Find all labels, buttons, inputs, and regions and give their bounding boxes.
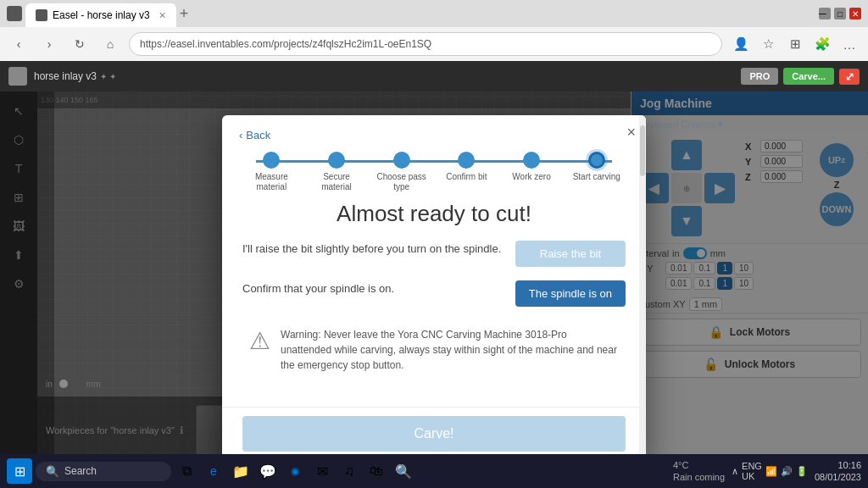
step-dot-4 xyxy=(458,152,475,169)
modal-steps-section: ‹ Back Measure material Secur xyxy=(222,115,646,192)
extensions-icon[interactable]: 🧩 xyxy=(810,32,834,56)
lang-display: ENG UK xyxy=(742,461,762,481)
browser-tab[interactable]: Easel - horse inlay v3 ✕ xyxy=(25,3,176,27)
header-right-actions: PRO Carve... ⤢ xyxy=(741,68,860,85)
browser-favicon xyxy=(7,6,22,21)
app-header: horse inlay v3 ✦ ✦ PRO Carve... ⤢ xyxy=(0,61,868,92)
system-tray: ∧ ENG UK 📶 🔊 🔋 xyxy=(732,461,808,481)
app-content-area: horse inlay v3 ✦ ✦ PRO Carve... ⤢ ↖ ⬡ T … xyxy=(0,61,868,488)
spindle-section: Confirm that your spindle is on. The spi… xyxy=(242,280,626,307)
refresh-nav-button[interactable]: ↻ xyxy=(68,32,92,56)
weather-temp: 4°C xyxy=(673,459,725,471)
raise-bit-section: I'll raise the bit slightly before you t… xyxy=(242,241,626,267)
tab-label: Easel - horse inlay v3 xyxy=(53,9,150,21)
weather-display: 4°C Rain coming xyxy=(673,459,725,484)
profile-icon[interactable]: 👤 xyxy=(729,32,753,56)
step-label-2: Secure material xyxy=(307,172,366,192)
forward-nav-button[interactable]: › xyxy=(37,32,61,56)
search-app-icon[interactable]: 🔍 xyxy=(392,459,415,483)
minimize-button[interactable]: ─ xyxy=(819,8,831,19)
more-icon[interactable]: … xyxy=(837,32,861,56)
taskbar: ⊞ 🔍 Search ⧉ e 📁 💬 ◉ ✉ ♫ 🛍 🔍 4°C Rain co… xyxy=(0,454,868,488)
edge-icon[interactable]: e xyxy=(202,459,225,483)
step-confirm-bit: Confirm bit xyxy=(434,152,499,192)
taskbar-search[interactable]: 🔍 Search xyxy=(36,462,171,481)
spindle-on-button[interactable]: The spindle is on xyxy=(515,280,626,307)
explorer-icon[interactable]: 📁 xyxy=(229,459,253,483)
warning-section: ⚠ Warning: Never leave the Yora CNC Carv… xyxy=(242,320,626,380)
modal-scrollbar-thumb xyxy=(640,125,645,176)
modal-body: Almost ready to cut! I'll raise the bit … xyxy=(222,192,646,407)
url-text: https://easel.inventables.com/projects/z… xyxy=(140,38,431,50)
wifi-icon: 📶 xyxy=(765,466,777,477)
step-label-5: Work zero xyxy=(512,172,550,182)
tab-favicon-icon xyxy=(36,9,47,21)
back-button[interactable]: ‹ Back xyxy=(239,129,629,141)
carve-header-button[interactable]: Carve... xyxy=(783,68,834,85)
start-button[interactable]: ⊞ xyxy=(7,458,32,484)
modal-scrollbar[interactable] xyxy=(639,115,646,465)
pro-button[interactable]: PRO xyxy=(741,68,778,85)
browser-nav-icons: 👤 ☆ ⊞ 🧩 … xyxy=(729,32,861,56)
step-label-4: Confirm bit xyxy=(446,172,487,182)
step-start-carving: Start carving xyxy=(564,152,629,192)
taskbar-search-label: Search xyxy=(64,465,97,477)
close-window-button[interactable]: ✕ xyxy=(849,8,861,19)
progress-track: Measure material Secure material Choose … xyxy=(239,152,629,186)
back-label: Back xyxy=(246,129,270,141)
mail-icon[interactable]: ✉ xyxy=(310,459,334,483)
clock-date: 08/01/2023 xyxy=(815,471,861,483)
taskbar-search-icon: 🔍 xyxy=(46,465,59,478)
warning-text: Warning: Never leave the Yora CNC Carvin… xyxy=(281,327,619,373)
app-title-icons: ✦ ✦ xyxy=(100,72,116,81)
modal-close-button[interactable]: × xyxy=(626,124,636,141)
address-bar[interactable]: https://easel.inventables.com/projects/z… xyxy=(129,32,722,56)
carve-button[interactable]: Carve! xyxy=(242,416,626,452)
modal-overlay: × ‹ Back Measure material xyxy=(0,92,868,488)
task-view-icon[interactable]: ⧉ xyxy=(175,459,198,483)
step-label-6: Start carving xyxy=(573,172,620,182)
step-dot-5 xyxy=(523,152,540,169)
step-choose-pass: Choose pass type xyxy=(369,152,434,192)
step-secure-material: Secure material xyxy=(304,152,370,192)
spindle-text: Confirm that your spindle is on. xyxy=(242,280,502,307)
cut-preparation-modal: × ‹ Back Measure material xyxy=(222,115,646,465)
step-label-1: Measure material xyxy=(242,172,301,192)
app-title-area: horse inlay v3 ✦ ✦ xyxy=(34,70,116,82)
chevron-icon[interactable]: ∧ xyxy=(732,466,738,477)
store-icon[interactable]: 🛍 xyxy=(364,459,388,483)
favorites-icon[interactable]: ☆ xyxy=(756,32,780,56)
browser-nav-bar: ‹ › ↻ ⌂ https://easel.inventables.com/pr… xyxy=(0,27,868,61)
step-work-zero: Work zero xyxy=(499,152,565,192)
clock-display[interactable]: 10:16 08/01/2023 xyxy=(815,459,861,484)
step-dot-3 xyxy=(393,152,410,169)
app-main-content: ↖ ⬡ T ⊞ 🖼 ⬆ ⚙ 130 140 150 165 Workpi xyxy=(0,92,868,488)
step-dot-2 xyxy=(328,152,345,169)
back-nav-button[interactable]: ‹ xyxy=(7,32,31,56)
new-tab-button[interactable]: + xyxy=(180,5,189,23)
browser-tab-bar: Easel - horse inlay v3 ✕ + ─ □ ✕ xyxy=(0,0,868,27)
app-title-text: horse inlay v3 xyxy=(34,70,97,82)
battery-icon: 🔋 xyxy=(796,466,808,477)
home-nav-button[interactable]: ⌂ xyxy=(98,32,122,56)
expand-button[interactable]: ⤢ xyxy=(839,69,860,85)
back-chevron-icon: ‹ xyxy=(239,129,242,141)
modal-title: Almost ready to cut! xyxy=(242,201,626,227)
weather-desc: Rain coming xyxy=(673,471,725,483)
sound-icon: 🔊 xyxy=(781,466,793,477)
edge-app-icon[interactable]: ◉ xyxy=(283,459,307,483)
raise-bit-button[interactable]: Raise the bit xyxy=(515,241,626,267)
collections-icon[interactable]: ⊞ xyxy=(783,32,807,56)
music-icon[interactable]: ♫ xyxy=(337,459,361,483)
warning-icon: ⚠ xyxy=(249,327,270,373)
tab-close-icon[interactable]: ✕ xyxy=(159,10,166,21)
step-measure-material: Measure material xyxy=(239,152,304,192)
step-dot-1 xyxy=(263,152,280,169)
teams-icon[interactable]: 💬 xyxy=(256,459,280,483)
taskbar-right: 4°C Rain coming ∧ ENG UK 📶 🔊 🔋 10:16 08/… xyxy=(673,459,861,484)
clock-time: 10:16 xyxy=(815,459,861,471)
step-label-3: Choose pass type xyxy=(372,172,431,192)
steps-row: Measure material Secure material Choose … xyxy=(239,152,629,192)
raise-bit-text: I'll raise the bit slightly before you t… xyxy=(242,241,502,267)
restore-button[interactable]: □ xyxy=(834,8,846,19)
